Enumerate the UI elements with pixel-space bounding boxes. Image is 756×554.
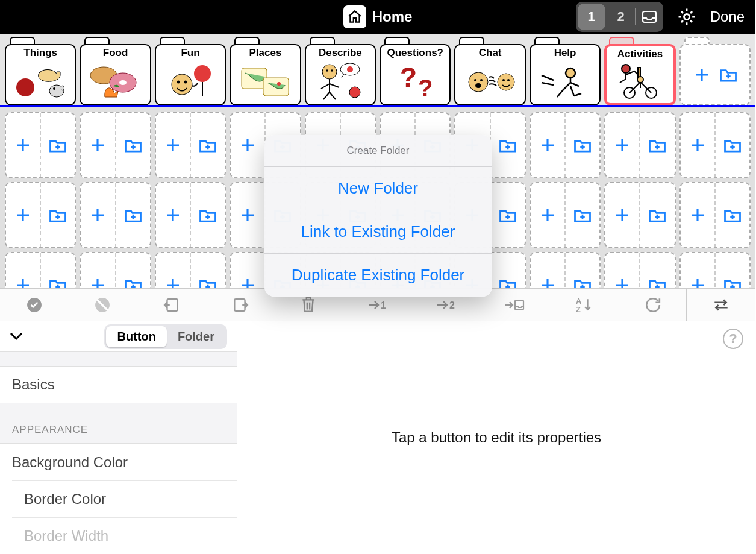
paste-button[interactable] xyxy=(206,289,275,321)
new-folder-option[interactable]: New Folder xyxy=(264,167,492,210)
add-button-icon xyxy=(605,253,640,288)
svg-text:2: 2 xyxy=(449,300,455,310)
type-segment[interactable]: Button Folder xyxy=(104,324,227,349)
empty-cell[interactable] xyxy=(5,112,76,178)
sheet-title: Create Folder xyxy=(264,135,492,167)
svg-text:?: ? xyxy=(400,61,417,93)
chevron-down-icon[interactable] xyxy=(10,332,23,341)
create-folder-sheet: Create Folder New Folder Link to Existin… xyxy=(264,135,492,297)
border-width-row[interactable]: Border Width xyxy=(12,517,237,554)
border-color-row[interactable]: Border Color xyxy=(12,480,237,517)
empty-cell[interactable] xyxy=(604,182,675,248)
add-button-icon xyxy=(156,253,191,288)
empty-cell[interactable] xyxy=(5,252,76,288)
move-to-storage-button[interactable] xyxy=(480,289,549,321)
page-2[interactable]: 2 xyxy=(607,4,635,30)
svg-point-24 xyxy=(474,79,476,81)
svg-point-2 xyxy=(16,78,34,96)
folder-questions[interactable]: Questions? ?? xyxy=(380,37,451,105)
add-folder-icon xyxy=(191,113,225,177)
add-button-icon xyxy=(6,113,41,177)
folder-fun[interactable]: Fun xyxy=(155,37,226,105)
svg-point-31 xyxy=(622,65,630,73)
page-title: Home xyxy=(372,8,413,25)
empty-cell[interactable] xyxy=(679,112,751,178)
svg-point-15 xyxy=(322,65,337,79)
svg-point-16 xyxy=(326,69,329,72)
page-switcher[interactable]: 1 2 xyxy=(576,2,663,32)
svg-point-26 xyxy=(475,83,481,88)
folder-add-empty[interactable] xyxy=(679,37,751,105)
folder-things[interactable]: Things xyxy=(5,37,76,105)
empty-cell[interactable] xyxy=(604,112,675,178)
segment-button[interactable]: Button xyxy=(106,326,166,347)
empty-cell[interactable] xyxy=(80,112,151,178)
folder-food[interactable]: Food xyxy=(80,37,151,105)
page-1[interactable]: 1 xyxy=(578,4,605,30)
add-folder-icon xyxy=(491,183,525,247)
empty-cell[interactable] xyxy=(530,252,601,288)
add-button-icon xyxy=(681,113,716,177)
add-folder-icon xyxy=(491,253,525,288)
add-folder-icon xyxy=(191,253,225,288)
add-folder-icon xyxy=(116,253,150,288)
add-folder-icon xyxy=(640,253,674,288)
link-existing-option[interactable]: Link to Existing Folder xyxy=(264,210,492,254)
empty-cell[interactable] xyxy=(5,182,76,248)
svg-point-18 xyxy=(349,87,360,98)
add-button-icon xyxy=(605,113,640,177)
folder-describe[interactable]: Describe xyxy=(305,37,376,105)
top-bar: Home 1 2 Done xyxy=(0,0,755,34)
add-button-icon xyxy=(81,253,116,288)
folder-places[interactable]: Places xyxy=(230,37,301,105)
empty-cell[interactable] xyxy=(155,182,226,248)
svg-point-28 xyxy=(502,79,505,81)
add-folder-icon xyxy=(716,113,749,177)
sort-az-button[interactable]: AZ xyxy=(549,289,618,321)
folder-label: Chat xyxy=(479,47,502,59)
done-button[interactable]: Done xyxy=(710,8,745,25)
add-folder-icon xyxy=(491,113,525,177)
background-color-row[interactable]: Background Color xyxy=(0,444,237,480)
folder-activities[interactable]: Activities xyxy=(604,37,675,105)
svg-point-4 xyxy=(53,87,55,90)
deselect-button[interactable] xyxy=(69,289,137,321)
svg-rect-42 xyxy=(515,300,523,310)
basics-row[interactable]: Basics xyxy=(0,366,237,403)
svg-point-11 xyxy=(194,65,211,82)
segment-folder[interactable]: Folder xyxy=(167,326,225,347)
empty-cell[interactable] xyxy=(155,252,226,288)
empty-cell[interactable] xyxy=(80,182,151,248)
select-all-button[interactable] xyxy=(0,289,69,321)
empty-cell[interactable] xyxy=(679,252,751,288)
copy-button[interactable] xyxy=(137,289,206,321)
empty-cell[interactable] xyxy=(155,112,226,178)
topbar-right: 1 2 Done xyxy=(576,0,745,34)
appearance-header: APPEARANCE xyxy=(0,403,237,443)
add-button-icon xyxy=(231,113,266,177)
folder-chat[interactable]: Chat xyxy=(454,37,525,105)
refresh-button[interactable] xyxy=(618,289,687,321)
empty-cell[interactable] xyxy=(679,182,751,248)
svg-text:Z: Z xyxy=(576,304,581,313)
empty-cell[interactable] xyxy=(604,252,675,288)
folder-help[interactable]: Help xyxy=(530,37,601,105)
add-folder-icon xyxy=(116,183,150,247)
add-button-icon xyxy=(531,253,566,288)
add-folder-icon xyxy=(719,67,737,83)
tray-icon[interactable] xyxy=(636,4,663,30)
folder-row: Things Food Fun Places xyxy=(0,34,755,107)
svg-text:A: A xyxy=(576,297,581,306)
empty-cell[interactable] xyxy=(530,112,601,178)
gear-icon[interactable] xyxy=(676,7,697,27)
empty-cell[interactable] xyxy=(80,252,151,288)
swap-button[interactable] xyxy=(687,289,755,321)
folder-questions-icon: ?? xyxy=(382,59,448,102)
help-icon[interactable]: ? xyxy=(723,329,743,349)
svg-point-1 xyxy=(684,14,689,19)
empty-cell[interactable] xyxy=(530,182,601,248)
folder-label: Things xyxy=(23,47,57,59)
add-folder-icon xyxy=(41,183,75,247)
duplicate-existing-option[interactable]: Duplicate Existing Folder xyxy=(264,254,492,297)
add-folder-icon xyxy=(640,113,674,177)
